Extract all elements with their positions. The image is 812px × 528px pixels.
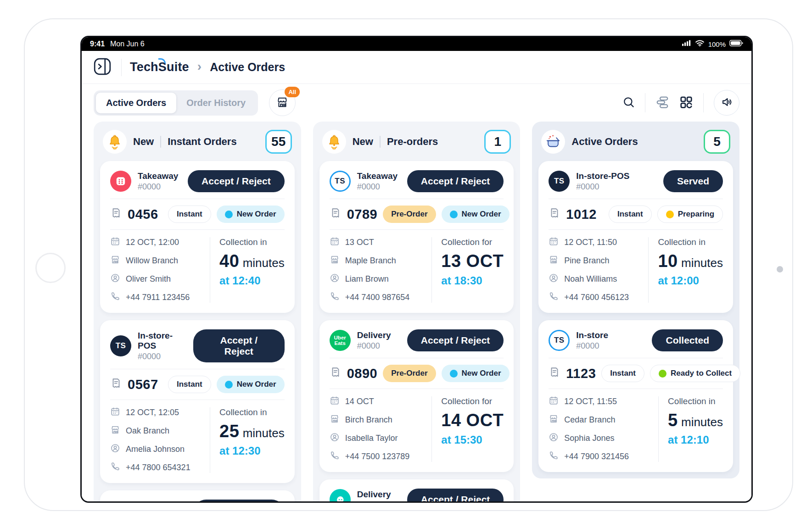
order-datetime: 12 OCT, 11:50	[564, 238, 617, 247]
order-card[interactable]: TS In-store #0000 Collected 1123 Instant…	[538, 320, 733, 472]
order-count-badge: 1	[484, 130, 511, 154]
order-number: 1123	[566, 366, 596, 381]
status-label: New Order	[237, 210, 276, 219]
column-instant-orders: New Instant Orders 55 Takeaway #0000 Acc…	[94, 122, 301, 501]
view-tabs: Active Orders Order History	[94, 90, 258, 116]
branch-icon	[330, 255, 340, 267]
collection-label: Collection in	[219, 407, 285, 417]
collection-unit: minutes	[243, 256, 285, 270]
sound-button[interactable]	[714, 90, 739, 116]
order-board: New Instant Orders 55 Takeaway #0000 Acc…	[82, 122, 751, 501]
order-card[interactable]: Takeaway #0000 Accept / Reject 0456 Inst…	[100, 161, 295, 313]
order-status-badge: Preparing	[657, 206, 723, 223]
order-card[interactable]: UberEats Delivery #0000 Accept / Reject …	[319, 320, 514, 472]
calendar-icon	[549, 236, 559, 249]
logo-text-tech: Tech	[130, 60, 158, 74]
grid-view-icon	[679, 95, 693, 111]
order-customer: Amelia Johnson	[126, 445, 185, 454]
status-time: 9:41	[90, 40, 105, 48]
accept-reject-button[interactable]: Accept / Reject	[407, 489, 504, 501]
calendar-icon	[110, 406, 120, 419]
divider	[330, 358, 504, 358]
order-card[interactable]: TS Takeaway #0000 Accept / Reject 0789 P…	[319, 161, 514, 313]
collection-label: Collection in	[668, 396, 723, 406]
served-button[interactable]: Served	[663, 170, 723, 192]
cellular-signal-icon	[682, 40, 691, 48]
column-header: New Instant Orders 55	[100, 128, 295, 154]
order-customer: Liam Brown	[345, 274, 389, 284]
bell-icon	[322, 130, 346, 154]
deliveroo-avatar	[330, 489, 351, 501]
divider	[431, 396, 432, 462]
order-type-badge: Instant	[168, 376, 211, 393]
collection-value: 5	[668, 411, 678, 430]
person-icon	[110, 443, 120, 456]
order-count-badge: 55	[265, 130, 292, 154]
divider	[330, 389, 504, 389]
order-number: 0789	[347, 207, 378, 222]
order-card[interactable]: TS In-store-POS #0000 Served 1012 Instan…	[538, 161, 733, 313]
accept-reject-button[interactable]: Accept / Reject	[407, 329, 504, 351]
order-type-badge: Pre-Order	[383, 206, 436, 223]
calendar-icon	[330, 236, 340, 249]
order-source: Takeaway	[357, 171, 398, 181]
collection-value: 40	[219, 251, 239, 271]
order-datetime: 13 OCT	[345, 238, 374, 247]
branch-icon	[549, 414, 559, 426]
column-title: Active Orders	[571, 136, 638, 148]
column-title-prefix: New	[133, 136, 154, 148]
order-datetime: 12 OCT, 12:05	[126, 408, 179, 417]
phone-icon	[330, 450, 340, 463]
order-branch: Birch Branch	[345, 415, 392, 425]
order-branch: Maple Branch	[345, 256, 396, 266]
collection-time: at 12:30	[219, 445, 285, 457]
status-dot	[450, 211, 458, 218]
takeaway-avatar	[110, 171, 131, 192]
branch-filter-button[interactable]: All	[269, 89, 296, 116]
techsuite-avatar: TS	[330, 171, 351, 192]
tab-active-orders[interactable]: Active Orders	[96, 93, 176, 113]
tablet-camera	[35, 253, 66, 283]
order-ref: #0000	[576, 182, 629, 192]
order-card[interactable]: Delivery #0000 Accept / Reject 0901 Pre-…	[319, 479, 514, 501]
title-divider	[380, 136, 381, 148]
accept-reject-button[interactable]: Accept / Reject	[193, 500, 285, 501]
wifi-icon	[695, 39, 705, 49]
tab-order-history[interactable]: Order History	[176, 93, 256, 113]
order-customer: Isabella Taylor	[345, 434, 398, 443]
order-source: In-store-POS	[138, 331, 187, 351]
status-dot	[450, 370, 458, 378]
order-branch: Willow Branch	[126, 256, 178, 266]
list-view-button[interactable]	[655, 95, 669, 111]
battery-icon	[729, 40, 743, 48]
order-type-badge: Instant	[168, 206, 211, 223]
divider	[210, 237, 210, 303]
order-card[interactable]: TS In-store-POS #0000 Accept / Reject 05…	[100, 320, 295, 483]
order-phone: +44 7911 123456	[126, 293, 190, 302]
collection-value: 13 OCT	[441, 251, 504, 271]
app-screen: 9:41 Mon Jun 6 100% TechSuite ›	[80, 36, 753, 503]
order-number: 1012	[566, 207, 597, 222]
person-icon	[330, 432, 340, 445]
status-dot	[666, 211, 674, 218]
accept-reject-button[interactable]: Accept / Reject	[188, 170, 285, 192]
accept-reject-button[interactable]: Accept / Reject	[193, 329, 285, 362]
order-phone: +44 7600 456123	[564, 293, 629, 302]
order-status-badge: New Order	[442, 365, 510, 382]
tablet-side-button	[777, 266, 783, 272]
search-button[interactable]	[622, 96, 635, 110]
sidebar-toggle-button[interactable]	[93, 57, 113, 78]
speaker-icon	[721, 96, 733, 110]
collection-value: 14 OCT	[441, 411, 504, 430]
order-card[interactable]: TS In-store-POS #0000 Accept / Reject 06…	[100, 490, 295, 501]
person-icon	[330, 273, 340, 285]
collection-unit: minutes	[681, 415, 723, 429]
techsuite-pos-avatar: TS	[549, 171, 570, 192]
accept-reject-button[interactable]: Accept / Reject	[407, 170, 504, 192]
grid-view-button[interactable]	[679, 95, 693, 111]
collection-label: Collection for	[441, 396, 504, 406]
order-phone: +44 7900 321456	[564, 452, 629, 461]
status-dot	[659, 370, 666, 378]
collected-button[interactable]: Collected	[652, 329, 723, 351]
app-header: TechSuite › Active Orders	[82, 51, 751, 84]
